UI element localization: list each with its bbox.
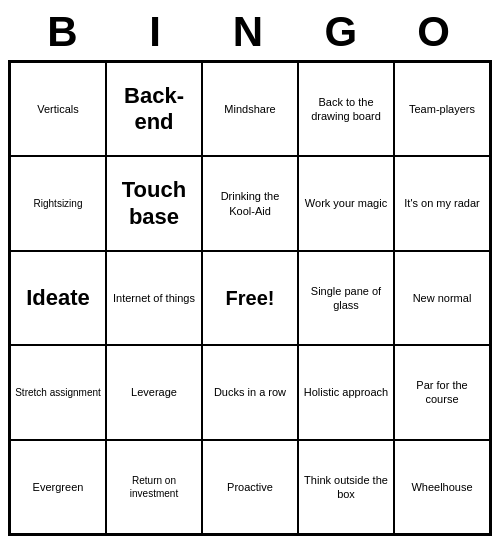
bingo-cell-18[interactable]: Holistic approach <box>298 345 394 439</box>
bingo-cell-20[interactable]: Evergreen <box>10 440 106 534</box>
bingo-cell-2[interactable]: Mindshare <box>202 62 298 156</box>
title-letter-b: B <box>18 8 111 56</box>
title-letter-i: I <box>111 8 204 56</box>
bingo-cell-10[interactable]: Ideate <box>10 251 106 345</box>
bingo-cell-24[interactable]: Wheelhouse <box>394 440 490 534</box>
bingo-cell-7[interactable]: Drinking the Kool-Aid <box>202 156 298 250</box>
bingo-cell-16[interactable]: Leverage <box>106 345 202 439</box>
bingo-cell-4[interactable]: Team-players <box>394 62 490 156</box>
title-letter-n: N <box>204 8 297 56</box>
bingo-cell-17[interactable]: Ducks in a row <box>202 345 298 439</box>
bingo-cell-15[interactable]: Stretch assignment <box>10 345 106 439</box>
bingo-grid: VerticalsBack-endMindshareBack to the dr… <box>8 60 492 536</box>
bingo-cell-5[interactable]: Rightsizing <box>10 156 106 250</box>
bingo-cell-9[interactable]: It's on my radar <box>394 156 490 250</box>
bingo-cell-11[interactable]: Internet of things <box>106 251 202 345</box>
bingo-cell-19[interactable]: Par for the course <box>394 345 490 439</box>
bingo-cell-3[interactable]: Back to the drawing board <box>298 62 394 156</box>
bingo-cell-14[interactable]: New normal <box>394 251 490 345</box>
bingo-title: BINGO <box>8 8 492 56</box>
bingo-cell-8[interactable]: Work your magic <box>298 156 394 250</box>
bingo-cell-22[interactable]: Proactive <box>202 440 298 534</box>
bingo-cell-13[interactable]: Single pane of glass <box>298 251 394 345</box>
bingo-cell-23[interactable]: Think outside the box <box>298 440 394 534</box>
bingo-cell-1[interactable]: Back-end <box>106 62 202 156</box>
bingo-cell-6[interactable]: Touch base <box>106 156 202 250</box>
title-letter-o: O <box>389 8 482 56</box>
bingo-cell-0[interactable]: Verticals <box>10 62 106 156</box>
title-letter-g: G <box>296 8 389 56</box>
bingo-cell-21[interactable]: Return on investment <box>106 440 202 534</box>
bingo-cell-12[interactable]: Free! <box>202 251 298 345</box>
